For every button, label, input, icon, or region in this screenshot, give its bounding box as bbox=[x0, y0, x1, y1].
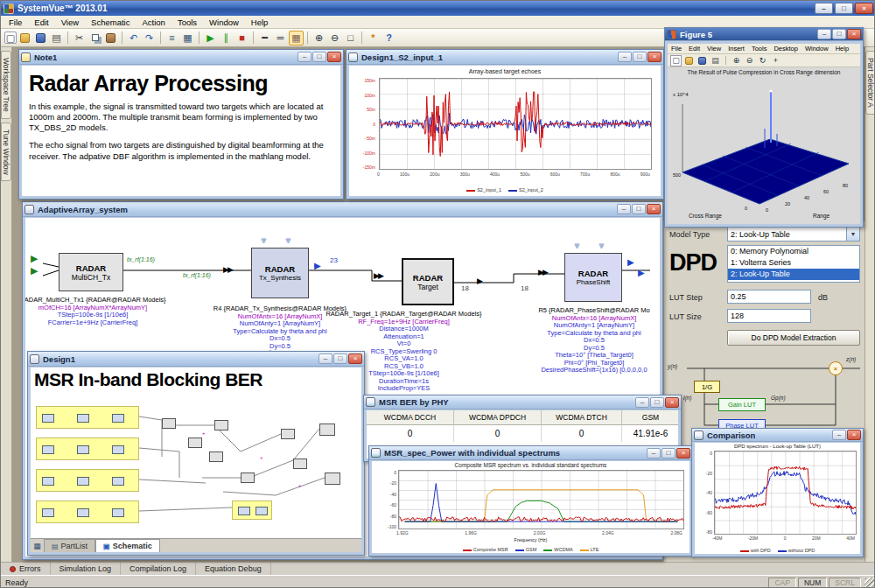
maximize-button[interactable]: □ bbox=[333, 354, 347, 364]
model-type-combobox[interactable]: 2: Look-Up Table ▼ bbox=[727, 227, 860, 242]
list-item-selected[interactable]: 2: Look-Up Table bbox=[728, 269, 859, 280]
ber-titlebar[interactable]: MSR BER by PHY – □ × bbox=[364, 396, 681, 410]
design1-window[interactable]: Design1 – □ × MSR In-band Blocking BER bbox=[27, 351, 365, 556]
new-figure-icon[interactable]: ▢ bbox=[670, 55, 682, 66]
resize-grip[interactable] bbox=[864, 578, 875, 588]
maximize-button[interactable]: □ bbox=[312, 52, 326, 62]
cut-icon[interactable]: ✂ bbox=[72, 31, 87, 46]
tab-equation-debug[interactable]: Equation Debug bbox=[196, 563, 271, 575]
run-simulation-icon[interactable]: ▶ bbox=[203, 31, 218, 46]
menu-tools[interactable]: Tools bbox=[748, 45, 771, 52]
minimize-button[interactable]: – bbox=[618, 52, 632, 62]
menu-edit[interactable]: Edit bbox=[28, 17, 54, 28]
part-selector-tab[interactable]: Part Selector A bbox=[865, 51, 875, 115]
close-button[interactable]: × bbox=[327, 52, 341, 62]
workspace-tree-icon[interactable]: ≡ bbox=[164, 31, 179, 46]
design1-titlebar[interactable]: Design1 – □ × bbox=[28, 352, 364, 367]
window-titlebar[interactable]: SystemVue™ 2013.01 – □ × bbox=[1, 1, 875, 16]
close-button[interactable]: × bbox=[648, 52, 662, 62]
note1-titlebar[interactable]: Note1 – □ × bbox=[19, 50, 343, 65]
spec-window[interactable]: MSR_spec_Power with individual spectrums… bbox=[368, 445, 693, 556]
part-list-icon[interactable]: ▦ bbox=[180, 31, 195, 46]
list-item[interactable]: 1: Volterra Series bbox=[728, 257, 859, 269]
note1-window[interactable]: Note1 – □ × Radar Array Processing In th… bbox=[18, 49, 344, 200]
tab-simulation-log[interactable]: Simulation Log bbox=[51, 563, 122, 575]
schematic-part[interactable] bbox=[325, 472, 340, 485]
menu-schematic[interactable]: Schematic bbox=[85, 17, 136, 28]
minimize-button[interactable]: – bbox=[647, 448, 661, 458]
menu-tools[interactable]: Tools bbox=[172, 17, 203, 28]
schematic-part[interactable] bbox=[162, 418, 176, 429]
menu-window[interactable]: Window bbox=[802, 45, 832, 52]
block-multich-tx[interactable]: RADAR MultiCH_Tx bbox=[59, 253, 123, 291]
column-header[interactable]: GSM bbox=[622, 410, 678, 425]
comparison-titlebar[interactable]: Comparison – × bbox=[692, 429, 863, 442]
schematic-group[interactable] bbox=[232, 500, 272, 520]
minimize-button[interactable]: – bbox=[815, 3, 833, 14]
schematic-group[interactable] bbox=[36, 500, 139, 523]
tab-schematic[interactable]: ▣Schematic bbox=[95, 539, 160, 552]
rotate-3d-icon[interactable]: ↻ bbox=[757, 55, 768, 66]
maximize-button[interactable]: □ bbox=[832, 29, 846, 39]
schematic-part[interactable] bbox=[188, 438, 202, 448]
minimize-button[interactable]: – bbox=[298, 52, 312, 62]
minimize-button[interactable]: – bbox=[832, 430, 846, 440]
close-button[interactable]: × bbox=[847, 29, 861, 39]
minimize-button[interactable]: – bbox=[617, 204, 631, 214]
pause-simulation-icon[interactable]: ∥ bbox=[219, 31, 234, 46]
maximize-button[interactable]: □ bbox=[633, 52, 647, 62]
schematic-group[interactable] bbox=[36, 406, 139, 429]
spec-titlebar[interactable]: MSR_spec_Power with individual spectrums… bbox=[369, 446, 692, 460]
open-icon[interactable] bbox=[683, 55, 695, 66]
column-header[interactable]: WCDMA DPDCH bbox=[454, 410, 542, 425]
dpd-extract-button[interactable]: Do DPD Model Extraction bbox=[727, 330, 860, 346]
print-icon[interactable]: ▤ bbox=[49, 31, 64, 46]
close-button[interactable]: × bbox=[348, 354, 362, 364]
close-button[interactable]: × bbox=[665, 397, 679, 408]
paste-icon[interactable] bbox=[103, 31, 118, 46]
maximize-button[interactable]: □ bbox=[650, 397, 664, 408]
menu-insert[interactable]: Insert bbox=[724, 45, 748, 52]
column-header[interactable]: WCDMA DCCH bbox=[367, 410, 454, 425]
menu-help[interactable]: Help bbox=[245, 17, 275, 28]
minimize-button[interactable]: – bbox=[318, 354, 332, 364]
tab-partlist[interactable]: ▤PartList bbox=[44, 539, 95, 552]
close-button[interactable]: × bbox=[647, 204, 661, 214]
menu-help[interactable]: Help bbox=[832, 45, 852, 52]
zoom-in-icon[interactable]: ⊕ bbox=[731, 55, 742, 66]
sheet-icon[interactable]: ▦ bbox=[31, 539, 44, 552]
block-tx-synthesis[interactable]: RADAR Tx_Synthesis bbox=[251, 248, 309, 298]
add-bus-icon[interactable]: ═ bbox=[273, 31, 288, 46]
redo-icon[interactable]: ↷ bbox=[142, 31, 157, 46]
chevron-down-icon[interactable]: ▼ bbox=[846, 228, 859, 241]
undo-icon[interactable]: ↶ bbox=[126, 31, 141, 46]
maximize-button[interactable]: □ bbox=[632, 204, 646, 214]
list-item[interactable]: 0: Memory Polynomial bbox=[728, 246, 859, 257]
schematic-part[interactable] bbox=[319, 424, 335, 436]
minimize-button[interactable]: – bbox=[817, 29, 831, 39]
menu-file[interactable]: File bbox=[3, 17, 28, 28]
menu-view[interactable]: View bbox=[704, 45, 724, 52]
block-phaseshift[interactable]: RADAR PhaseShift bbox=[564, 253, 622, 302]
close-button[interactable]: × bbox=[676, 448, 690, 458]
data-cursor-icon[interactable]: + bbox=[770, 55, 781, 66]
column-header[interactable]: WCDMA DTCH bbox=[542, 410, 622, 425]
tab-errors[interactable]: Errors bbox=[1, 563, 51, 575]
save-icon[interactable] bbox=[33, 31, 48, 46]
menu-window[interactable]: Window bbox=[203, 17, 245, 28]
zoom-out-icon[interactable]: ⊖ bbox=[327, 31, 342, 46]
save-icon[interactable] bbox=[696, 55, 708, 66]
gain-lut-box[interactable]: Gain LUT bbox=[718, 398, 766, 411]
schematic-part[interactable] bbox=[241, 472, 255, 483]
lut-step-input[interactable] bbox=[727, 290, 811, 304]
schematic-part[interactable] bbox=[293, 458, 307, 469]
schematic-group[interactable] bbox=[36, 438, 139, 460]
zoom-in-icon[interactable]: ⊕ bbox=[312, 31, 326, 46]
tune-window-tab[interactable]: Tune Window bbox=[1, 122, 11, 182]
print-icon[interactable]: ▤ bbox=[710, 55, 721, 66]
menu-desktop[interactable]: Desktop bbox=[770, 45, 802, 52]
echoes-window[interactable]: Design1_S2_input_1 – □ × Array-based tar… bbox=[346, 49, 664, 200]
menu-edit[interactable]: Edit bbox=[685, 45, 704, 52]
echoes-titlebar[interactable]: Design1_S2_input_1 – □ × bbox=[346, 50, 663, 65]
figure5-titlebar[interactable]: Figure 5 – □ × bbox=[665, 28, 863, 41]
